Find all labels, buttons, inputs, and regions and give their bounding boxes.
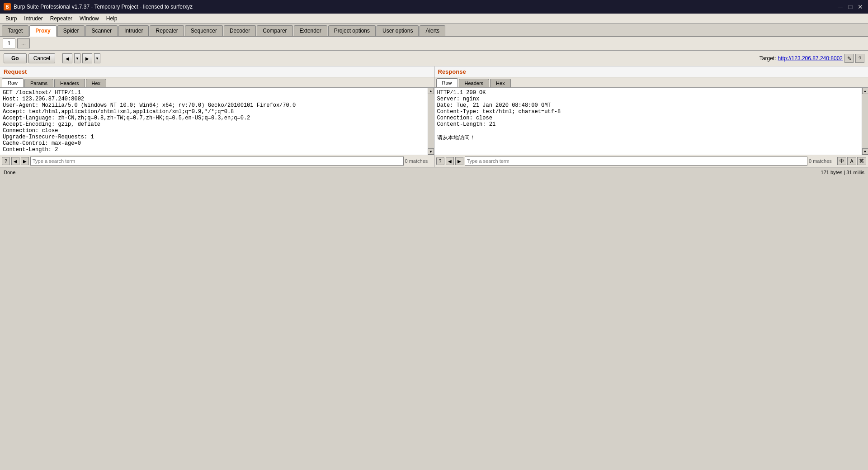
tab-comparer[interactable]: Comparer bbox=[257, 25, 292, 36]
tab-alerts[interactable]: Alerts bbox=[420, 25, 445, 36]
request-tabs: Raw Params Headers Hex bbox=[0, 77, 434, 88]
tab-proxy[interactable]: Proxy bbox=[29, 25, 56, 37]
tab-scanner[interactable]: Scanner bbox=[85, 25, 118, 36]
control-bar: Go Cancel ◀ ▼ ▶ ▼ Target: http://123.206… bbox=[0, 51, 868, 66]
cancel-button[interactable]: Cancel bbox=[28, 53, 55, 63]
tab-target[interactable]: Target bbox=[2, 25, 28, 36]
nav-prev-dropdown[interactable]: ▼ bbox=[74, 53, 80, 63]
request-search-input[interactable] bbox=[30, 157, 404, 166]
menu-repeater[interactable]: Repeater bbox=[47, 14, 76, 23]
request-tab-headers[interactable]: Headers bbox=[54, 79, 85, 87]
request-search-prev[interactable]: ◀ bbox=[11, 157, 19, 165]
request-search-bar: ? ◀ ▶ 0 matches bbox=[0, 155, 434, 167]
request-search-count: 0 matches bbox=[405, 158, 432, 164]
menu-window[interactable]: Window bbox=[76, 14, 103, 23]
target-label: Target: bbox=[760, 55, 776, 62]
tab-user-options[interactable]: User options bbox=[377, 25, 419, 36]
response-panel: Response Raw Headers Hex HTTP/1.1 200 OK… bbox=[434, 66, 868, 167]
target-help-button[interactable]: ? bbox=[855, 54, 864, 63]
chinese-btn-a[interactable]: A bbox=[847, 157, 856, 165]
app-icon: B bbox=[4, 3, 11, 10]
response-scroll-up[interactable]: ▲ bbox=[862, 88, 868, 94]
scroll-up-arrow[interactable]: ▲ bbox=[428, 88, 434, 94]
go-button[interactable]: Go bbox=[4, 53, 27, 63]
request-tab-hex[interactable]: Hex bbox=[86, 79, 107, 87]
target-info: Target: http://123.206.87.240:8002 ✎ ? bbox=[760, 54, 864, 63]
request-tab-raw[interactable]: Raw bbox=[2, 78, 24, 87]
menu-help[interactable]: Help bbox=[103, 14, 121, 23]
target-edit-button[interactable]: ✎ bbox=[844, 54, 854, 63]
status-right: 171 bytes | 31 millis bbox=[821, 170, 864, 175]
response-scroll-down[interactable]: ▼ bbox=[862, 148, 868, 155]
request-header: Request bbox=[0, 66, 434, 77]
menu-burp[interactable]: Burp bbox=[2, 14, 20, 23]
target-url[interactable]: http://123.206.87.240:8002 bbox=[778, 55, 843, 62]
close-button[interactable]: ✕ bbox=[856, 3, 864, 11]
nav-next-button[interactable]: ▶ bbox=[82, 53, 92, 63]
minimize-button[interactable]: ─ bbox=[836, 3, 844, 11]
panels-container: Request Raw Params Headers Hex GET /loca… bbox=[0, 66, 868, 167]
repeater-tab-number[interactable]: 1 bbox=[3, 38, 15, 48]
nav-prev-button[interactable]: ◀ bbox=[62, 53, 72, 63]
repeater-toolbar: 1 ... bbox=[0, 37, 868, 51]
tab-extender[interactable]: Extender bbox=[294, 25, 327, 36]
maximize-button[interactable]: □ bbox=[846, 3, 854, 11]
response-content[interactable]: HTTP/1.1 200 OK Server: nginx Date: Tue,… bbox=[434, 88, 862, 155]
window-title: Burp Suite Professional v1.7.37 - Tempor… bbox=[14, 4, 193, 10]
menu-intruder[interactable]: Intruder bbox=[20, 14, 46, 23]
status-bar: Done 171 bytes | 31 millis bbox=[0, 167, 868, 177]
request-scrollbar[interactable]: ▲ ▼ bbox=[428, 88, 434, 155]
response-tab-headers[interactable]: Headers bbox=[459, 79, 490, 87]
scroll-down-arrow[interactable]: ▼ bbox=[428, 148, 434, 155]
response-search-bar: ? ◀ ▶ 0 matches 中 A 英 bbox=[434, 155, 868, 167]
request-search-next[interactable]: ▶ bbox=[21, 157, 29, 165]
tab-intruder[interactable]: Intruder bbox=[118, 25, 149, 36]
tab-sequencer[interactable]: Sequencer bbox=[185, 25, 223, 36]
tab-repeater[interactable]: Repeater bbox=[150, 25, 184, 36]
response-search-count: 0 matches bbox=[809, 158, 836, 164]
chinese-btn-zhong[interactable]: 中 bbox=[837, 157, 846, 165]
main-tab-bar: Target Proxy Spider Scanner Intruder Rep… bbox=[0, 24, 868, 37]
response-header: Response bbox=[434, 66, 868, 77]
tab-decoder[interactable]: Decoder bbox=[224, 25, 256, 36]
size-info: 171 bytes | 31 millis bbox=[821, 170, 864, 175]
repeater-add-tab[interactable]: ... bbox=[17, 38, 30, 48]
status-text: Done bbox=[4, 170, 15, 175]
response-search-input[interactable] bbox=[465, 157, 808, 166]
response-tabs: Raw Headers Hex bbox=[434, 77, 868, 88]
nav-next-dropdown[interactable]: ▼ bbox=[94, 53, 100, 63]
window-controls: ─ □ ✕ bbox=[836, 3, 864, 11]
response-scrollbar[interactable]: ▲ ▼ bbox=[862, 88, 868, 155]
title-bar: B Burp Suite Professional v1.7.37 - Temp… bbox=[0, 0, 868, 14]
tab-project-options[interactable]: Project options bbox=[328, 25, 376, 36]
response-search-next[interactable]: ▶ bbox=[455, 157, 463, 165]
response-search-help[interactable]: ? bbox=[436, 157, 444, 165]
tab-spider[interactable]: Spider bbox=[57, 25, 85, 36]
request-content[interactable]: GET /localhost/ HTTP/1.1 Host: 123.206.8… bbox=[0, 88, 428, 155]
response-tab-hex[interactable]: Hex bbox=[490, 79, 511, 87]
response-tab-raw[interactable]: Raw bbox=[436, 78, 458, 87]
response-search-prev[interactable]: ◀ bbox=[446, 157, 454, 165]
request-tab-params[interactable]: Params bbox=[24, 79, 53, 87]
chinese-btn-ying[interactable]: 英 bbox=[857, 157, 866, 165]
request-panel: Request Raw Params Headers Hex GET /loca… bbox=[0, 66, 434, 167]
menu-bar: Burp Intruder Repeater Window Help bbox=[0, 14, 868, 24]
request-search-help[interactable]: ? bbox=[2, 157, 10, 165]
